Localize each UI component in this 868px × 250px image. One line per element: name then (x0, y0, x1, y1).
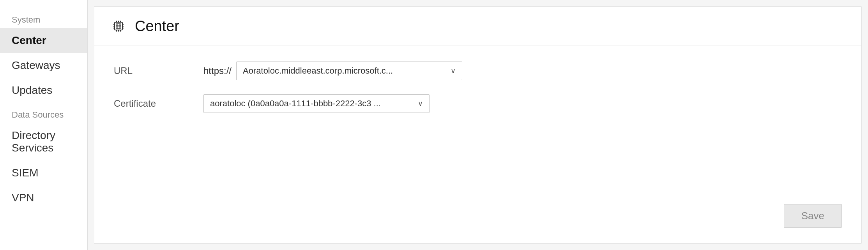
sidebar-item-siem[interactable]: SIEM (0, 160, 87, 185)
url-label: URL (114, 65, 192, 76)
cert-dropdown-value: aoratoloc (0a0a0a0a-1111-bbbb-2222-3c3 .… (210, 99, 413, 109)
sidebar-item-gateways[interactable]: Gateways (0, 53, 87, 78)
url-dropdown-arrow-icon: ∨ (451, 67, 456, 75)
data-sources-section-label: Data Sources (0, 103, 87, 123)
url-prefix: https:// (203, 65, 232, 76)
svg-rect-0 (115, 22, 122, 30)
url-form-row: URL https:// Aoratoloc.middleeast.corp.m… (114, 62, 842, 80)
system-section-label: System (0, 8, 87, 28)
sidebar-item-updates[interactable]: Updates (0, 78, 87, 103)
chip-icon (110, 18, 127, 35)
content-panel: Center URL https:// Aoratoloc.middleeast… (94, 6, 862, 244)
panel-body: URL https:// Aoratoloc.middleeast.corp.m… (94, 46, 861, 243)
save-button[interactable]: Save (784, 204, 842, 228)
panel-header: Center (94, 7, 861, 46)
sidebar: System Center Gateways Updates Data Sour… (0, 0, 88, 250)
url-dropdown-value: Aoratoloc.middleeast.corp.microsoft.c... (243, 66, 446, 76)
url-dropdown[interactable]: Aoratoloc.middleeast.corp.microsoft.c...… (236, 62, 462, 80)
cert-label: Certificate (114, 98, 192, 109)
url-field: https:// Aoratoloc.middleeast.corp.micro… (203, 62, 462, 80)
svg-rect-1 (116, 24, 121, 28)
cert-dropdown[interactable]: aoratoloc (0a0a0a0a-1111-bbbb-2222-3c3 .… (203, 94, 430, 113)
sidebar-item-vpn[interactable]: VPN (0, 185, 87, 210)
cert-form-row: Certificate aoratoloc (0a0a0a0a-1111-bbb… (114, 94, 842, 113)
sidebar-item-center[interactable]: Center (0, 28, 87, 53)
main-content: Center URL https:// Aoratoloc.middleeast… (88, 0, 868, 250)
page-title: Center (135, 18, 179, 35)
save-button-wrapper: Save (784, 204, 842, 228)
sidebar-item-directory-services[interactable]: Directory Services (0, 123, 87, 160)
cert-dropdown-arrow-icon: ∨ (418, 99, 423, 108)
